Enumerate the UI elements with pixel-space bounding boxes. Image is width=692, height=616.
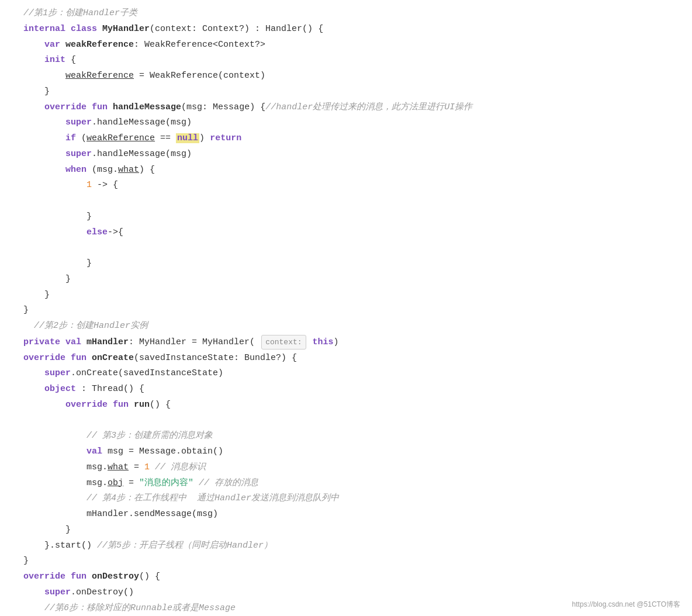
context-hint: context: (261, 335, 306, 349)
comment-step6: //第6步：移除对应的Runnable或者是Message (44, 603, 236, 613)
code-line: super.onDestroy() (0, 585, 692, 601)
keyword-override3: override (65, 400, 108, 410)
keyword-return: return (210, 133, 241, 143)
code-line: } (0, 288, 692, 303)
watermark: https://blog.csdn.net @51CTO博客 (572, 599, 680, 610)
line-content: else->{ (23, 226, 692, 240)
line-content: super.onDestroy() (23, 586, 692, 600)
line-content (23, 194, 692, 209)
code-line: override fun run() { (0, 397, 692, 413)
comment-obj: // 存放的消息 (199, 478, 258, 488)
code-line: 1 -> { (0, 178, 692, 193)
var-mhandler: mHandler (86, 337, 129, 347)
code-line: super.handleMessage(msg) (0, 115, 692, 131)
line-content: msg.obj = "消息的内容" // 存放的消息 (23, 476, 692, 491)
line-content (23, 241, 692, 255)
line-content: //第2步：创建Handler实例 (23, 319, 692, 334)
line-content: override fun onDestroy() { (23, 570, 692, 584)
line-content: init { (23, 53, 692, 68)
keyword-else: else (86, 227, 108, 237)
line-content: } (23, 288, 692, 303)
line-content: if (weakReference == null) return (23, 131, 692, 146)
var-weakref: weakReference (65, 71, 134, 81)
line-content: } (23, 272, 692, 287)
code-line: } (0, 272, 692, 288)
line-content: var weakReference: WeakReference<Context… (23, 38, 692, 53)
code-line: } (0, 522, 692, 538)
code-line: }.start() //第5步：开启子线程（同时启动Handler） (0, 538, 692, 554)
line-content: super.onCreate(savedInstanceState) (23, 366, 692, 381)
line-content: } (23, 523, 692, 538)
fun-name: handleMessage (113, 102, 181, 112)
code-line: override fun onDestroy() { (0, 569, 692, 585)
fun-run: run (134, 400, 150, 410)
msg-what2: what (108, 462, 129, 472)
msg-what: what (118, 165, 139, 175)
line-content: private val mHandler: MyHandler = MyHand… (23, 335, 692, 350)
keyword-fun2: fun (71, 353, 86, 363)
line-content: } (23, 85, 692, 99)
code-line: msg.what = 1 // 消息标识 (0, 460, 692, 476)
keyword-internal: internal (23, 24, 65, 34)
code-line: private val mHandler: MyHandler = MyHand… (0, 334, 692, 351)
string-content: "消息的内容" (139, 478, 193, 488)
line-content: 1 -> { (23, 178, 692, 193)
code-line: weakReference = WeakReference(context) (0, 68, 692, 84)
code-line: else->{ (0, 225, 692, 241)
code-line: // 第4步：在工作线程中 通过Handler发送消息到消息队列中 (0, 491, 692, 507)
code-line: override fun handleMessage(msg: Message)… (0, 100, 692, 116)
keyword-if: if (65, 133, 76, 143)
code-line: val msg = Message.obtain() (0, 444, 692, 460)
code-editor: //第1步：创建Handler子类 internal class MyHandl… (0, 0, 692, 616)
keyword-when: when (65, 165, 86, 175)
class-name: MyHandler (102, 24, 150, 34)
line-content: // 第3步：创建所需的消息对象 (23, 429, 692, 444)
code-line (0, 240, 692, 256)
keyword-super4: super (44, 587, 71, 597)
line-content: }.start() //第5步：开启子线程（同时启动Handler） (23, 539, 692, 553)
var-name: weakReference (65, 40, 134, 50)
code-line: init { (0, 53, 692, 68)
code-line: object : Thread() { (0, 382, 692, 397)
keyword-this: this (313, 337, 334, 347)
code-line (0, 193, 692, 209)
line-content (23, 414, 692, 428)
line-content: super.handleMessage(msg) (23, 116, 692, 130)
keyword-class: class (71, 24, 97, 34)
keyword-override2: override (23, 353, 65, 363)
code-line: //第2步：创建Handler实例 (0, 319, 692, 334)
line-content: } (23, 554, 692, 569)
keyword-null: null (176, 133, 199, 143)
fun-ondestroy: onDestroy (92, 572, 139, 582)
code-line: override fun onCreate(savedInstanceState… (0, 351, 692, 366)
code-line: when (msg.what) { (0, 162, 692, 178)
code-line: super.onCreate(savedInstanceState) (0, 366, 692, 382)
keyword-fun3: fun (113, 400, 129, 410)
code-line: //第1步：创建Handler子类 (0, 6, 692, 22)
number-1: 1 (86, 180, 92, 190)
fun-oncreate: onCreate (92, 353, 134, 363)
keyword-val2: val (86, 447, 102, 456)
comment-step2: //第2步：创建Handler实例 (34, 321, 148, 331)
line-content: // 第4步：在工作线程中 通过Handler发送消息到消息队列中 (23, 492, 692, 506)
keyword-object: object (44, 384, 76, 394)
code-line: } (0, 84, 692, 100)
code-line: var weakReference: WeakReference<Context… (0, 37, 692, 53)
line-content: weakReference = WeakReference(context) (23, 69, 692, 84)
code-line: } (0, 209, 692, 225)
comment-step3: // 第3步：创建所需的消息对象 (86, 431, 213, 441)
comment-step5: //第5步：开启子线程（同时启动Handler） (97, 541, 272, 551)
keyword-var: var (44, 40, 60, 50)
comment: //第1步：创建Handler子类 (23, 8, 137, 18)
keyword-super3: super (44, 368, 71, 378)
code-line (0, 413, 692, 429)
line-content: override fun onCreate(savedInstanceState… (23, 351, 692, 366)
code-line: } (0, 553, 692, 569)
comment-step4: // 第4步：在工作线程中 通过Handler发送消息到消息队列中 (86, 493, 339, 503)
code-line: if (weakReference == null) return (0, 131, 692, 147)
code-line: mHandler.sendMessage(msg) (0, 507, 692, 522)
code-line: msg.obj = "消息的内容" // 存放的消息 (0, 476, 692, 492)
keyword-fun: fun (92, 102, 108, 112)
keyword-init: init (44, 55, 65, 65)
line-content: //第1步：创建Handler子类 (23, 6, 692, 21)
